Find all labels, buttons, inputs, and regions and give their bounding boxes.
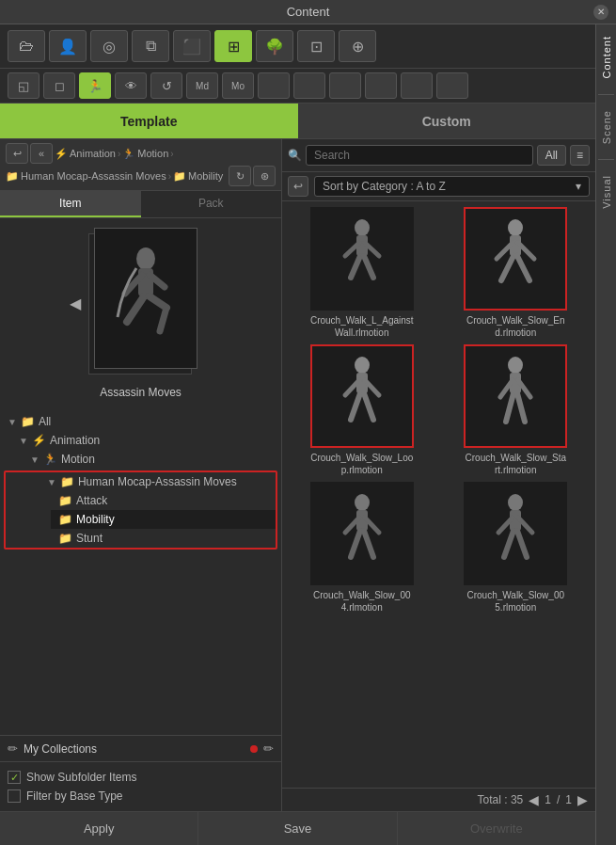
grid-label-1: Crouch_Walk_L_AgainstWall.rlmotion bbox=[310, 314, 414, 339]
grid-cell-1[interactable]: Crouch_Walk_L_AgainstWall.rlmotion bbox=[288, 207, 436, 339]
tool-sm-mo[interactable]: Mo bbox=[222, 72, 254, 99]
tree-item-motion[interactable]: ▼ 🏃 Motion bbox=[23, 450, 281, 469]
checkbox-basetype-label: Filter by Base Type bbox=[26, 789, 123, 803]
tab-bar: Template Custom bbox=[0, 104, 595, 139]
tree-item-mocap[interactable]: ▼ 📁 Human Mocap-Assassin Moves bbox=[39, 472, 276, 491]
tool-sm-1[interactable]: ◱ bbox=[8, 72, 39, 99]
overwrite-button[interactable]: Overwrite bbox=[398, 812, 595, 845]
preview-nav-left[interactable]: ◀ bbox=[70, 295, 81, 312]
tool-sm-run[interactable]: 🏃 bbox=[79, 72, 111, 99]
grid-area: Crouch_Walk_L_AgainstWall.rlmotion bbox=[282, 201, 595, 788]
grid-cell-5[interactable]: Crouch_Walk_Slow_004.rlmotion bbox=[288, 482, 436, 614]
page-next-button[interactable]: ▶ bbox=[577, 792, 588, 807]
preview-label: Assassin Moves bbox=[100, 386, 182, 399]
tool-sm-cycle[interactable]: ↺ bbox=[150, 72, 182, 99]
tree-item-animation[interactable]: ▼ ⚡ Animation bbox=[11, 431, 281, 450]
folder-icon: 📁 bbox=[6, 170, 19, 183]
grid-cell-4[interactable]: Crouch_Walk_Slow_Start.rlmotion bbox=[442, 344, 591, 476]
left-panel: ↩ « ⚡ Animation › 🏃 Motion › 📁 Human Moc… bbox=[0, 139, 282, 811]
preview-wrapper: ◀ bbox=[85, 228, 197, 378]
tool-circle2-icon[interactable]: ⊕ bbox=[339, 30, 376, 62]
tab-divider-2 bbox=[598, 159, 614, 160]
grid-row-2: Crouch_Walk_Slow_Loop.rlmotion bbox=[288, 344, 590, 476]
tool-square-icon[interactable]: ⬛ bbox=[173, 30, 211, 62]
grid-label-4: Crouch_Walk_Slow_Start.rlmotion bbox=[464, 452, 567, 476]
folder-attack-icon: 📁 bbox=[58, 494, 72, 507]
grid-cell-6[interactable]: Crouch_Walk_Slow_005.rlmotion bbox=[442, 482, 591, 614]
tool-sm-eye[interactable]: 👁 bbox=[115, 72, 147, 99]
tool-sm-empty4[interactable] bbox=[365, 72, 397, 99]
breadcrumb-anim-label: Animation bbox=[70, 148, 116, 159]
edit-pencil-icon[interactable]: ✏ bbox=[263, 741, 274, 756]
figure-1 bbox=[324, 216, 400, 301]
sort-nav-back[interactable]: ↩ bbox=[288, 176, 308, 197]
subtab-bar: Item Pack bbox=[0, 191, 281, 218]
checkbox-basetype[interactable] bbox=[8, 789, 21, 803]
tab-visual[interactable]: Visual bbox=[597, 164, 616, 220]
figure-4 bbox=[478, 354, 553, 438]
checkbox-area: ✓ Show Subfolder Items Filter by Base Ty… bbox=[0, 761, 281, 811]
tool-tree-icon[interactable]: 🌳 bbox=[256, 30, 293, 62]
save-button[interactable]: Save bbox=[198, 812, 397, 845]
tree-item-stunt[interactable]: 📁 Stunt bbox=[51, 529, 276, 548]
tab-template[interactable]: Template bbox=[0, 104, 298, 138]
tool-character-icon[interactable]: 👤 bbox=[49, 30, 87, 62]
tool-sm-2[interactable]: ◻ bbox=[43, 72, 75, 99]
tool-sm-md[interactable]: Md bbox=[186, 72, 218, 99]
page-prev-button[interactable]: ◀ bbox=[529, 792, 539, 807]
tool-sm-empty1[interactable] bbox=[258, 72, 290, 99]
tree-item-attack[interactable]: 📁 Attack bbox=[51, 491, 276, 510]
tree-item-mobility[interactable]: 📁 Mobility bbox=[51, 510, 276, 529]
check-subfolder-icon: ✓ bbox=[10, 772, 19, 784]
subtab-item[interactable]: Item bbox=[0, 191, 141, 217]
svg-line-33 bbox=[351, 531, 360, 557]
grid-row-1: Crouch_Walk_L_AgainstWall.rlmotion bbox=[288, 207, 590, 339]
checkbox-subfolder[interactable]: ✓ bbox=[8, 771, 21, 784]
tool-circle-icon[interactable]: ◎ bbox=[90, 30, 128, 62]
grid-label-2: Crouch_Walk_Slow_End.rlmotion bbox=[464, 314, 567, 339]
tool-puzzle-icon[interactable]: ⧉ bbox=[132, 30, 169, 62]
grid-cell-3[interactable]: Crouch_Walk_Slow_Loop.rlmotion bbox=[288, 344, 436, 476]
svg-point-13 bbox=[508, 219, 523, 236]
grid-thumb-2 bbox=[464, 207, 567, 311]
breadcrumb-back[interactable]: ↩ bbox=[6, 143, 28, 164]
sort-dropdown[interactable]: Sort by Category : A to Z ▾ bbox=[314, 176, 590, 197]
tree-label-stunt: Stunt bbox=[76, 532, 103, 545]
grid-cell-2[interactable]: Crouch_Walk_Slow_End.rlmotion bbox=[442, 207, 591, 339]
apply-button[interactable]: Apply bbox=[0, 812, 198, 845]
svg-line-40 bbox=[517, 531, 527, 557]
tool-grid-icon[interactable]: ⊞ bbox=[214, 30, 252, 62]
breadcrumb-prev[interactable]: « bbox=[30, 143, 53, 164]
figure-6 bbox=[478, 491, 553, 576]
tool-sm-empty3[interactable] bbox=[329, 72, 361, 99]
breadcrumb-refresh[interactable]: ↻ bbox=[229, 166, 251, 186]
tool-sm-empty6[interactable] bbox=[436, 72, 468, 99]
arrow-mocap: ▼ bbox=[47, 477, 56, 487]
close-button[interactable]: ✕ bbox=[593, 5, 608, 20]
preview-image[interactable] bbox=[94, 228, 197, 369]
tab-divider-1 bbox=[598, 94, 614, 95]
right-tabs: Content Scene Visual bbox=[595, 24, 616, 845]
breadcrumb-expand[interactable]: ⊛ bbox=[253, 166, 276, 186]
sep3: › bbox=[168, 171, 171, 182]
sort-bar: ↩ Sort by Category : A to Z ▾ bbox=[282, 172, 595, 201]
tree-item-all[interactable]: ▼ 📁 All bbox=[0, 412, 281, 431]
bottom-buttons: Apply Save Overwrite bbox=[0, 811, 595, 845]
svg-line-28 bbox=[517, 393, 525, 422]
tool-sm-empty2[interactable] bbox=[293, 72, 325, 99]
search-all-button[interactable]: All bbox=[537, 145, 566, 166]
svg-line-27 bbox=[506, 393, 513, 422]
search-input[interactable] bbox=[306, 145, 533, 166]
search-icon: 🔍 bbox=[288, 149, 302, 162]
tool-sm-empty5[interactable] bbox=[401, 72, 433, 99]
right-panel: 🔍 All ≡ ↩ Sort by Category : A to Z ▾ bbox=[282, 139, 595, 811]
breadcrumb-mobility-label: Mobility bbox=[188, 170, 223, 182]
search-filter-button[interactable]: ≡ bbox=[570, 145, 590, 166]
subtab-pack[interactable]: Pack bbox=[141, 191, 282, 217]
tab-custom[interactable]: Custom bbox=[298, 104, 596, 138]
tree-label-animation: Animation bbox=[50, 434, 100, 447]
tool-empty1-icon[interactable]: ⊡ bbox=[297, 30, 335, 62]
tab-scene[interactable]: Scene bbox=[597, 99, 616, 155]
tool-folder-icon[interactable]: 🗁 bbox=[8, 30, 45, 62]
tab-content[interactable]: Content bbox=[597, 24, 616, 90]
